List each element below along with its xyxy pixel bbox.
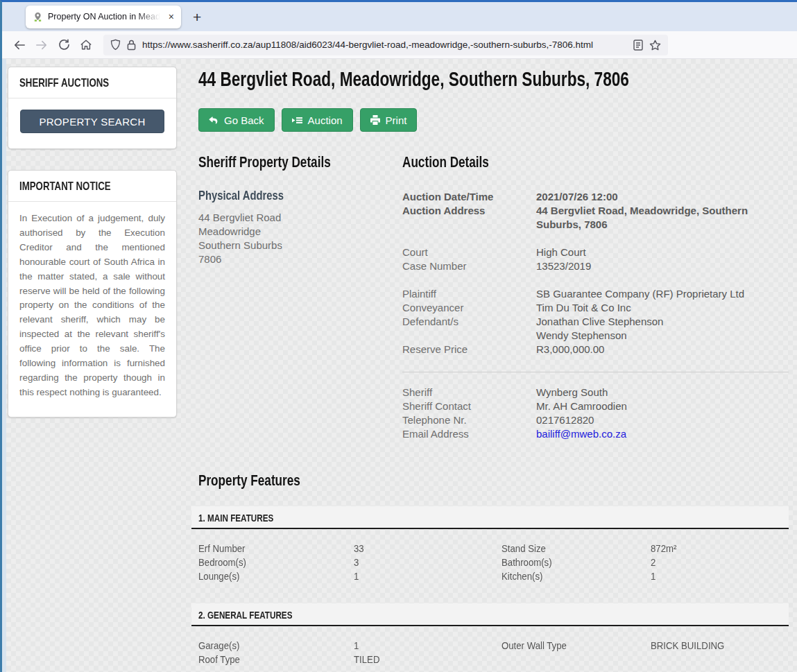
main-features-table: Erf Number33Stand Size872m² Bedroom(s)3B…	[198, 542, 789, 583]
auction-button[interactable]: Auction	[282, 108, 353, 132]
property-features-heading: Property Features	[198, 472, 789, 490]
back-icon[interactable]	[10, 36, 28, 54]
sidebar: SHERIFF AUCTIONS PROPERTY SEARCH IMPORTA…	[6, 59, 181, 672]
table-row: Bedroom(s)3Bathroom(s)2	[198, 555, 789, 569]
details-grid: Sheriff Property Details Physical Addres…	[198, 153, 789, 441]
sheriff-auctions-title: SHERIFF AUCTIONS	[8, 67, 176, 98]
property-details-column: Sheriff Property Details Physical Addres…	[198, 153, 402, 441]
address-line: Southern Suburbs	[198, 239, 402, 252]
important-notice-title: IMPORTANT NOTICE	[8, 171, 176, 202]
table-row: Erf Number33Stand Size872m²	[198, 542, 789, 555]
property-search-button[interactable]: PROPERTY SEARCH	[20, 110, 164, 133]
table-row: Roof TypeTILED	[198, 653, 789, 666]
tab-close-icon[interactable]: ×	[167, 11, 175, 22]
web-page: SHERIFF AUCTIONS PROPERTY SEARCH IMPORTA…	[2, 59, 797, 672]
reply-arrow-icon	[209, 116, 218, 125]
table-row: Garage(s)1Outer Wall TypeBRICK BUILDING	[198, 639, 789, 653]
auction-details-column: Auction Details Auction Date/Time 2021/0…	[402, 153, 789, 441]
defendant-row: Defendant/s Jonathan Clive Stephenson	[402, 315, 789, 329]
browser-window: Property ON Auction in Meadow × + https:…	[0, 0, 797, 672]
reader-mode-icon[interactable]	[633, 40, 643, 51]
main-features-bar: 1. MAIN FEATURES	[191, 506, 789, 529]
plaintiff-row: Plaintiff SB Guarantee Company (RF) Prop…	[402, 287, 789, 301]
url-bar[interactable]: https://www.sasheriff.co.za/aup11808/aid…	[103, 35, 668, 55]
tab-strip: Property ON Auction in Meadow × +	[2, 2, 797, 31]
action-buttons: Go Back Auction Print	[198, 108, 789, 132]
map-pin-favicon-icon	[33, 12, 43, 22]
print-button[interactable]: Print	[360, 108, 418, 132]
tab-title: Property ON Auction in Meadow	[48, 12, 162, 21]
defendant-row-2: Wendy Stephenson	[402, 329, 789, 343]
forward-icon[interactable]	[33, 36, 51, 54]
browser-tab[interactable]: Property ON Auction in Meadow ×	[26, 6, 181, 28]
auction-address-row: Auction Address 44 Bergvliet Road, Meado…	[402, 204, 789, 232]
shield-icon[interactable]	[110, 39, 121, 51]
general-features-table: Garage(s)1Outer Wall TypeBRICK BUILDING …	[198, 639, 789, 672]
address-line: 7806	[198, 252, 402, 266]
physical-address-heading: Physical Address	[198, 188, 402, 203]
sheriff-contact-row: Sheriff Contact Mr. AH Camroodien	[402, 399, 789, 413]
navigation-bar: https://www.sasheriff.co.za/aup11808/aid…	[2, 31, 797, 59]
email-row: Email Address bailiff@mweb.co.za	[402, 427, 789, 441]
auction-details-heading: Auction Details	[402, 153, 789, 171]
conveyancer-row: Conveyancer Tim Du Toit & Co Inc	[402, 301, 789, 315]
new-tab-button[interactable]: +	[193, 10, 201, 24]
bookmark-star-icon[interactable]	[649, 40, 661, 51]
physical-address: 44 Bergvliet Road Meadowridge Southern S…	[198, 211, 402, 266]
printer-icon	[370, 115, 380, 125]
address-line: Meadowridge	[198, 225, 402, 239]
email-link[interactable]: bailiff@mweb.co.za	[536, 428, 626, 440]
important-notice-text: In Execution of a judgement, duly author…	[8, 202, 176, 417]
auction-date-row: Auction Date/Time 2021/07/26 12:00	[402, 190, 789, 204]
lock-icon[interactable]	[127, 40, 136, 51]
sheriff-property-details-heading: Sheriff Property Details	[198, 153, 402, 171]
sheriff-row: Sheriff Wynberg South	[402, 386, 789, 399]
page-title: 44 Bergvliet Road, Meadowridge, Southern…	[198, 68, 789, 91]
important-notice-card: IMPORTANT NOTICE In Execution of a judge…	[8, 170, 177, 417]
address-line: 44 Bergvliet Road	[198, 211, 402, 225]
main-content: 44 Bergvliet Road, Meadowridge, Southern…	[181, 59, 797, 672]
home-icon[interactable]	[77, 36, 95, 54]
table-row: Roof TypeTILED	[198, 669, 789, 672]
property-features: Property Features 1. MAIN FEATURES Erf N…	[198, 472, 789, 672]
telephone-row: Telephone Nr. 0217612820	[402, 413, 789, 427]
list-icon	[292, 116, 302, 125]
section-divider	[402, 372, 789, 372]
table-row: Lounge(s)1Kitchen(s)1	[198, 569, 789, 583]
url-text[interactable]: https://www.sasheriff.co.za/aup11808/aid…	[142, 40, 627, 50]
sheriff-auctions-card: SHERIFF AUCTIONS PROPERTY SEARCH	[8, 67, 177, 149]
general-features-bar: 2. GENERAL FEATURES	[191, 603, 789, 626]
case-number-row: Case Number 13523/2019	[402, 259, 789, 273]
reserve-price-row: Reserve Price R3,000,000.00	[402, 343, 789, 356]
go-back-button[interactable]: Go Back	[198, 108, 275, 132]
court-row: Court High Court	[402, 245, 789, 259]
reload-icon[interactable]	[55, 36, 73, 54]
